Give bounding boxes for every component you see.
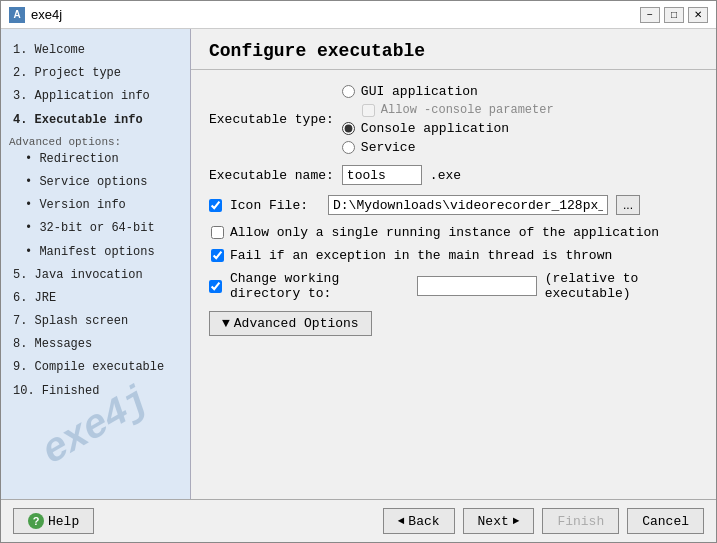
sidebar-item-compile-executable[interactable]: 9. Compile executable [9,356,182,379]
right-panel: Configure executable Executable type: GU… [191,29,716,499]
finish-button[interactable]: Finish [542,508,619,534]
sidebar-item-messages[interactable]: 8. Messages [9,333,182,356]
executable-type-label: Executable type: [209,112,334,127]
working-dir-label: Change working directory to: [230,271,409,301]
single-instance-row: Allow only a single running instance of … [209,225,698,240]
back-label: Back [408,514,439,529]
working-dir-row: Change working directory to: (relative t… [209,271,698,301]
back-button[interactable]: ◄ Back [383,508,455,534]
sidebar-item-project-type[interactable]: 2. Project type [9,62,182,85]
sidebar-item-splash-screen[interactable]: 7. Splash screen [9,310,182,333]
icon-file-label: Icon File: [230,198,320,213]
sidebar-item-service-options[interactable]: • Service options [9,171,182,194]
help-label: Help [48,514,79,529]
next-arrow-icon: ► [513,515,520,527]
title-bar-controls: − □ ✕ [640,7,708,23]
executable-name-row: Executable name: .exe [209,165,698,185]
relative-label: (relative to executable) [545,271,698,301]
app-icon: A [9,7,25,23]
title-bar: A exe4j − □ ✕ [1,1,716,29]
sidebar-item-application-info[interactable]: 3. Application info [9,85,182,108]
single-instance-label: Allow only a single running instance of … [230,225,659,240]
panel-body: Executable type: GUI application Allow -… [191,70,716,499]
gui-radio[interactable] [342,85,355,98]
icon-file-checkbox[interactable] [209,199,222,212]
executable-type-group: GUI application Allow -console parameter… [342,84,554,155]
gui-radio-row: GUI application [342,84,554,99]
working-dir-input[interactable] [417,276,537,296]
executable-name-input[interactable] [342,165,422,185]
service-label: Service [361,140,416,155]
next-label: Next [478,514,509,529]
title-bar-left: A exe4j [9,7,62,23]
icon-file-row: Icon File: ... [209,195,698,215]
back-arrow-icon: ◄ [398,515,405,527]
icon-file-input[interactable] [328,195,608,215]
maximize-button[interactable]: □ [664,7,684,23]
sidebar-item-java-invocation[interactable]: 5. Java invocation [9,264,182,287]
advanced-dropdown-icon: ▼ [222,316,230,331]
console-radio[interactable] [342,122,355,135]
allow-console-row: Allow -console parameter [342,103,554,117]
allow-console-checkbox [362,104,375,117]
sidebar-item-manifest-options[interactable]: • Manifest options [9,241,182,264]
main-window: A exe4j − □ ✕ 1. Welcome2. Project type3… [0,0,717,543]
icon-browse-button[interactable]: ... [616,195,640,215]
executable-name-label: Executable name: [209,168,334,183]
sidebar: 1. Welcome2. Project type3. Application … [1,29,191,499]
window-title: exe4j [31,7,62,22]
gui-label: GUI application [361,84,478,99]
bottom-bar: ? Help ◄ Back Next ► Finish Cancel [1,499,716,542]
help-button[interactable]: ? Help [13,508,94,534]
sidebar-item-finished[interactable]: 10. Finished [9,380,182,403]
advanced-options-label: Advanced Options [234,316,359,331]
sidebar-item-redirection[interactable]: • Redirection [9,148,182,171]
main-content: 1. Welcome2. Project type3. Application … [1,29,716,499]
sidebar-item-welcome[interactable]: 1. Welcome [9,39,182,62]
service-radio[interactable] [342,141,355,154]
fail-exception-checkbox[interactable] [211,249,224,262]
finish-label: Finish [557,514,604,529]
help-icon: ? [28,513,44,529]
advanced-btn-container: ▼ Advanced Options [209,311,698,336]
fail-exception-row: Fail if an exception in the main thread … [209,248,698,263]
fail-exception-label: Fail if an exception in the main thread … [230,248,612,263]
console-label: Console application [361,121,509,136]
next-button[interactable]: Next ► [463,508,535,534]
panel-title: Configure executable [191,29,716,70]
allow-console-label: Allow -console parameter [381,103,554,117]
advanced-options-button[interactable]: ▼ Advanced Options [209,311,372,336]
service-radio-row: Service [342,140,554,155]
exe-extension: .exe [430,168,461,183]
sidebar-item-version-info[interactable]: • Version info [9,194,182,217]
sidebar-item-executable-info[interactable]: 4. Executable info [9,109,182,132]
cancel-button[interactable]: Cancel [627,508,704,534]
close-button[interactable]: ✕ [688,7,708,23]
console-radio-row: Console application [342,121,554,136]
advanced-options-label: Advanced options: [9,136,182,148]
single-instance-checkbox[interactable] [211,226,224,239]
executable-type-row: Executable type: GUI application Allow -… [209,84,698,155]
sidebar-item-jre[interactable]: 6. JRE [9,287,182,310]
sidebar-item-32-or-64[interactable]: • 32-bit or 64-bit [9,217,182,240]
minimize-button[interactable]: − [640,7,660,23]
cancel-label: Cancel [642,514,689,529]
working-dir-checkbox[interactable] [209,280,222,293]
